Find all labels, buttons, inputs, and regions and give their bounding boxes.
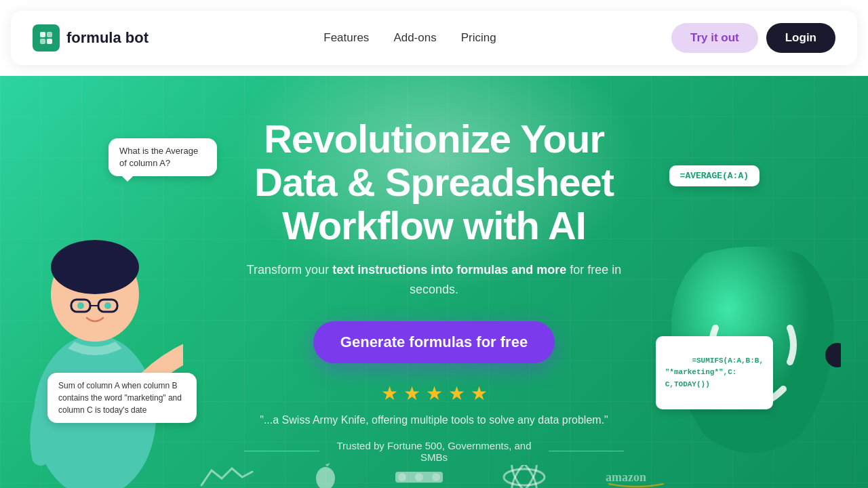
svg-point-6	[51, 240, 139, 294]
star-rating: ★ ★ ★ ★ ★	[244, 382, 624, 405]
nav-features[interactable]: Features	[323, 31, 369, 45]
hero-title: Revolutionize Your Data & Spreadsheet Wo…	[244, 117, 624, 247]
login-button[interactable]: Login	[766, 23, 835, 53]
svg-point-10	[77, 302, 84, 309]
person-illustration	[7, 199, 183, 488]
review-text: "...a Swiss Army Knife, offering multipl…	[244, 414, 624, 426]
generate-formulas-button[interactable]: Generate formulas for free	[313, 321, 555, 363]
star-3: ★	[426, 382, 443, 405]
svg-rect-0	[40, 32, 45, 37]
logo-area: formula bot	[33, 24, 149, 52]
svg-point-22	[504, 469, 545, 485]
nav-links: Features Add-ons Pricing	[323, 31, 496, 45]
nav-pricing[interactable]: Pricing	[461, 31, 496, 45]
star-5: ★	[471, 382, 488, 405]
logo-2-apple	[313, 463, 338, 488]
logos-strip: amazon	[0, 450, 868, 488]
star-4: ★	[448, 382, 465, 405]
nav-addons[interactable]: Add-ons	[393, 31, 436, 45]
star-1: ★	[381, 382, 398, 405]
svg-point-19	[398, 473, 406, 481]
svg-rect-3	[47, 39, 52, 44]
hero-right: =AVERAGE(A:A) =SUMIFS(A:A,B:B	[610, 111, 868, 488]
logo-icon	[33, 24, 60, 52]
svg-point-11	[104, 302, 111, 309]
nav-actions: Try it out Login	[671, 23, 835, 53]
svg-point-20	[415, 473, 423, 481]
logo-5-amazon: amazon	[602, 465, 670, 488]
logo-4	[500, 465, 548, 488]
logo-1	[198, 465, 259, 488]
svg-rect-1	[47, 32, 52, 37]
svg-point-21	[432, 473, 440, 481]
logo-3	[392, 465, 446, 488]
chat-bubble-bottom-left: Sum of column A when column B contains t…	[47, 373, 197, 423]
try-it-out-button[interactable]: Try it out	[671, 23, 758, 53]
formula-bubble-top: =AVERAGE(A:A)	[669, 165, 760, 186]
svg-text:amazon: amazon	[606, 470, 646, 484]
hero-subtitle: Transform your text instructions into fo…	[244, 260, 624, 300]
svg-rect-2	[40, 39, 45, 44]
chat-bubble-top-left: What is the Average of column A?	[108, 138, 217, 176]
hero-left: What is the Average of column A?	[0, 111, 231, 488]
navbar: formula bot Features Add-ons Pricing Try…	[11, 11, 857, 65]
logo-text: formula bot	[66, 29, 149, 47]
hero-center: Revolutionize Your Data & Spreadsheet Wo…	[231, 117, 637, 463]
hero-section: What is the Average of column A?	[0, 76, 868, 488]
star-2: ★	[403, 382, 420, 405]
formula-bubble-bottom: =SUMIFS(A:A,B:B, "*marketing*",C: C,TODA…	[656, 336, 773, 409]
